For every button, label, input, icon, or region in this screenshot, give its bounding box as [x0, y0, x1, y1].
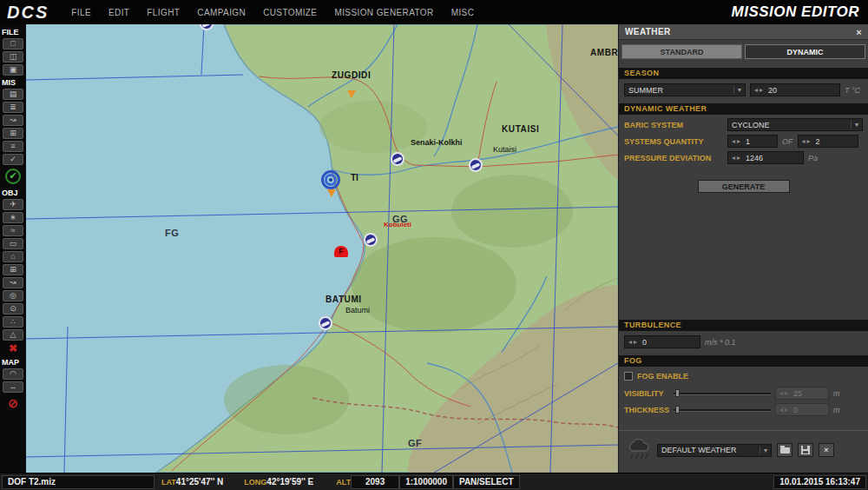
- restricted-icon[interactable]: ⊘: [6, 397, 20, 411]
- rings-icon[interactable]: ∴: [3, 316, 23, 328]
- status-bar: DOF T2.miz LAT 41°25'47'' N LONG 42°19'5…: [0, 473, 868, 490]
- validate-mission-icon[interactable]: ✔: [5, 169, 21, 184]
- chevron-down-icon: ▾: [851, 121, 858, 129]
- season-section-header: SEASON: [619, 68, 868, 79]
- trigger-zone-icon[interactable]: ◎: [3, 290, 23, 301]
- pressure-deviation-label: PRESSURE DEVIATION: [624, 154, 723, 162]
- thickness-spinner: ◂ ▸ 0: [775, 403, 829, 416]
- toolbar-section-mis: MIS: [0, 76, 26, 88]
- season-dropdown[interactable]: SUMMER ▾: [624, 83, 746, 96]
- spin-right-icon[interactable]: ▸: [760, 86, 763, 94]
- tab-standard[interactable]: STANDARD: [621, 44, 742, 59]
- chevron-down-icon: ▾: [760, 447, 767, 454]
- mission-check-icon[interactable]: ✓: [3, 154, 23, 165]
- rain-cloud-icon: [624, 438, 652, 462]
- map-label-senaki: Senaki-Kolkhi: [411, 138, 463, 147]
- pressure-deviation-value: 1246: [746, 154, 763, 162]
- menu-edit[interactable]: EDIT: [100, 8, 138, 17]
- close-icon[interactable]: ×: [856, 27, 862, 37]
- briefing-icon[interactable]: ≣: [3, 102, 23, 113]
- town-symbol-icon: [347, 90, 356, 98]
- delete-object-icon[interactable]: ✖: [9, 343, 17, 354]
- spin-right-icon[interactable]: ▸: [737, 137, 740, 145]
- visibility-label: VISIBILITY: [624, 389, 669, 398]
- menu-customize[interactable]: CUSTOMIZE: [254, 8, 326, 17]
- systems-quantity-spinner[interactable]: ◂ ▸ 1: [727, 135, 778, 148]
- systems-quantity-value: 1: [746, 137, 750, 146]
- weather-preset-row: DEFAULT WEATHER ▾ ×: [619, 430, 868, 469]
- spin-left-icon[interactable]: ◂: [732, 154, 735, 162]
- save-mission-icon[interactable]: ▣: [3, 64, 23, 76]
- menu-flight[interactable]: FLIGHT: [138, 8, 188, 17]
- weather-panel-title: WEATHER: [625, 27, 671, 36]
- systems-total-spinner[interactable]: ◂ ▸ 2: [798, 135, 858, 148]
- add-airplane-icon[interactable]: ✈: [3, 199, 23, 210]
- visibility-spinner: ◂ ▸ 25: [775, 387, 829, 400]
- menu-file[interactable]: FILE: [62, 8, 100, 17]
- delete-preset-button[interactable]: ×: [819, 443, 834, 457]
- baric-system-dropdown[interactable]: CYCLONE ▾: [727, 118, 863, 131]
- spin-right-icon[interactable]: ▸: [807, 137, 811, 145]
- mission-route-icon[interactable]: ↝: [3, 115, 23, 126]
- open-mission-icon[interactable]: ◫: [3, 51, 23, 63]
- spin-left-icon[interactable]: ◂: [802, 137, 806, 145]
- pressure-deviation-spinner[interactable]: ◂ ▸ 1246: [727, 151, 804, 164]
- turbulence-section-header: TURBULENCE: [619, 320, 868, 331]
- bullseye-icon[interactable]: ⊙: [3, 303, 23, 315]
- generate-button[interactable]: GENERATE: [698, 180, 790, 193]
- airfield-marker-batumi[interactable]: [319, 316, 332, 330]
- temperature-value: 20: [768, 86, 777, 95]
- lat-label: LAT: [161, 478, 176, 487]
- baric-system-label: BARIC SYSTEM: [624, 121, 723, 129]
- airfield-marker-kutaisi[interactable]: [469, 158, 483, 172]
- route-tool-icon[interactable]: ↝: [3, 277, 23, 288]
- systems-quantity-label: SYSTEMS QUANTITY: [624, 137, 723, 146]
- visibility-slider[interactable]: [674, 388, 771, 398]
- cyclone-marker-poti[interactable]: [321, 170, 340, 189]
- map-scale[interactable]: 1:1000000: [399, 475, 453, 489]
- measure-tool-icon[interactable]: ◠: [3, 368, 23, 380]
- turbulence-spinner[interactable]: ◂ ▸ 0: [624, 335, 700, 348]
- map-grid-label-fg: FG: [165, 228, 179, 238]
- thickness-value: 0: [793, 406, 798, 414]
- load-preset-button[interactable]: [777, 443, 792, 457]
- menu-campaign[interactable]: CAMPAIGN: [188, 8, 254, 17]
- new-mission-icon[interactable]: □: [3, 38, 23, 50]
- thickness-slider[interactable]: [674, 405, 771, 414]
- fog-enable-checkbox[interactable]: [624, 372, 633, 381]
- save-preset-button[interactable]: [798, 443, 813, 457]
- add-template-icon[interactable]: ⊞: [3, 264, 23, 275]
- add-static-object-icon[interactable]: ⌂: [3, 251, 23, 262]
- spin-right-icon[interactable]: ▸: [737, 154, 740, 162]
- mission-options-icon[interactable]: ▤: [3, 89, 23, 100]
- spin-left-icon[interactable]: ◂: [628, 338, 632, 346]
- spin-left-icon[interactable]: ◂: [732, 137, 735, 145]
- visibility-value: 25: [793, 389, 802, 398]
- add-vehicle-icon[interactable]: ▭: [3, 238, 23, 249]
- mission-goals-icon[interactable]: ≡: [3, 141, 23, 152]
- weather-preset-dropdown[interactable]: DEFAULT WEATHER ▾: [657, 444, 772, 457]
- add-helicopter-icon[interactable]: ∗: [3, 212, 23, 223]
- airfield-marker-senaki[interactable]: [391, 152, 404, 166]
- spin-right-icon: ▸: [785, 406, 788, 414]
- spin-left-icon: ◂: [779, 389, 783, 397]
- spin-left-icon[interactable]: ◂: [754, 86, 758, 94]
- map-grid-label-gg: GG: [392, 214, 408, 224]
- map-label-poti-fragment: TI: [351, 173, 358, 182]
- alt-label: ALT: [336, 478, 351, 487]
- temperature-spinner[interactable]: ◂ ▸ 20: [750, 83, 840, 96]
- tab-dynamic[interactable]: DYNAMIC: [745, 44, 865, 59]
- menu-mission-generator[interactable]: MISSION GENERATOR: [326, 8, 442, 17]
- map-viewport[interactable]: ZUGDIDI AMBROL KUTAISI Kutaisi Senaki-Ko…: [26, 24, 618, 473]
- season-value: SUMMER: [628, 86, 663, 95]
- distance-tool-icon[interactable]: ↔: [3, 381, 23, 393]
- spin-right-icon[interactable]: ▸: [634, 338, 637, 346]
- zone-marker-f[interactable]: F: [334, 246, 348, 257]
- shape-template-icon[interactable]: △: [3, 329, 23, 341]
- triggers-icon[interactable]: ⊞: [3, 128, 23, 139]
- weather-preset-value: DEFAULT WEATHER: [661, 446, 737, 454]
- airfield-marker-kobuleti[interactable]: [364, 233, 378, 247]
- menu-misc[interactable]: MISC: [443, 8, 483, 17]
- mouse-mode[interactable]: PAN/SELECT: [453, 475, 520, 489]
- add-ship-icon[interactable]: ≈: [3, 225, 23, 236]
